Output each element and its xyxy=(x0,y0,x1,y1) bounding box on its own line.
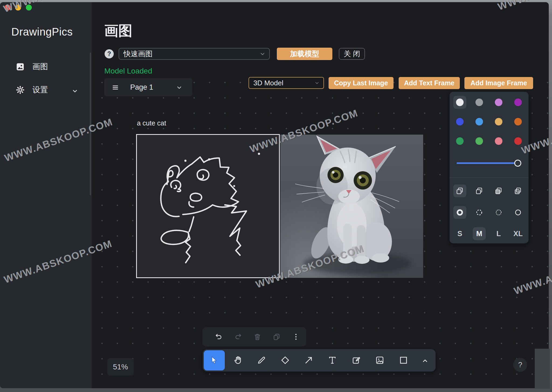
stroke-style-thin[interactable] xyxy=(512,206,525,219)
panel-divider xyxy=(450,177,529,178)
model-select[interactable]: 3D Model xyxy=(249,77,324,89)
sidebar-scrollbar[interactable] xyxy=(90,52,91,195)
size-label: L xyxy=(496,230,501,238)
select-tool-cursor-icon[interactable] xyxy=(209,355,219,365)
mode-select[interactable]: 快速画图 xyxy=(119,48,270,60)
desktop: { "watermark": { "text": "WWW.ABSKOOP.CO… xyxy=(0,0,552,392)
window-minimize-button[interactable] xyxy=(15,5,21,10)
model-status: Model Loaded xyxy=(104,67,152,75)
size-option-l[interactable]: L xyxy=(492,227,505,240)
eraser-tool-icon[interactable] xyxy=(280,355,290,365)
stroke-style-dotted[interactable] xyxy=(492,206,505,219)
color-swatch[interactable] xyxy=(456,118,464,125)
text-tool-icon[interactable] xyxy=(327,355,337,365)
frame-prompt-label[interactable]: a cute cat xyxy=(137,119,166,127)
redo-icon[interactable] xyxy=(234,333,242,341)
opacity-slider-track[interactable] xyxy=(457,162,518,164)
size-option-m[interactable]: M xyxy=(473,227,486,240)
generated-image-frame[interactable] xyxy=(280,135,423,278)
drawing-toolbar xyxy=(203,349,436,372)
fill-style-crosshatch[interactable] xyxy=(512,184,525,197)
delete-icon[interactable] xyxy=(253,333,261,341)
image-icon xyxy=(16,63,24,71)
pencil-tool-icon[interactable] xyxy=(257,355,266,365)
size-label: M xyxy=(476,230,482,238)
color-swatch[interactable] xyxy=(495,118,502,125)
gear-icon xyxy=(16,86,24,94)
hand-tool-icon[interactable] xyxy=(233,355,243,365)
window-zoom-button[interactable] xyxy=(26,5,32,10)
image-tool-icon[interactable] xyxy=(375,355,385,365)
cat-sketch-drawing xyxy=(137,135,279,277)
close-button[interactable]: 关 闭 xyxy=(339,48,365,60)
opacity-slider-thumb[interactable] xyxy=(514,160,521,167)
page-title: 画图 xyxy=(104,22,132,40)
chevron-down-icon xyxy=(314,80,320,86)
color-swatch[interactable] xyxy=(456,137,464,145)
zoom-level-badge[interactable]: 51% xyxy=(107,358,134,376)
size-label: XL xyxy=(513,230,523,238)
duplicate-icon[interactable] xyxy=(272,333,281,341)
sidebar-item-draw[interactable]: 画图 xyxy=(16,61,48,72)
add-image-frame-button[interactable]: Add Image Frame xyxy=(464,77,533,89)
copy-last-image-button[interactable]: Copy Last Image xyxy=(329,77,394,89)
color-swatch[interactable] xyxy=(475,118,483,125)
sidebar-item-label: 设置 xyxy=(32,85,48,95)
page-menu[interactable]: Page 1 xyxy=(104,78,192,96)
size-option-xl[interactable]: XL xyxy=(512,227,525,240)
window-close-button[interactable] xyxy=(5,5,11,10)
app-window: DrawingPics 画图 设置 xyxy=(0,2,549,388)
load-model-button[interactable]: 加载模型 xyxy=(277,48,332,60)
arrow-tool-icon[interactable] xyxy=(304,355,313,365)
sketch-frame[interactable] xyxy=(136,134,280,278)
stroke-style-bold[interactable] xyxy=(453,206,466,219)
sidebar-item-settings[interactable]: 设置 xyxy=(16,85,48,95)
fill-style-solid[interactable] xyxy=(492,184,505,197)
color-swatch[interactable] xyxy=(514,99,522,106)
page-label: Page 1 xyxy=(130,83,153,92)
sidebar-item-label: 画图 xyxy=(32,61,48,72)
stroke-style-dashed[interactable] xyxy=(473,206,486,219)
fill-style-transparent[interactable] xyxy=(453,184,466,197)
color-swatch[interactable] xyxy=(514,118,522,125)
edit-frame-tool-icon[interactable] xyxy=(351,355,361,365)
help-button[interactable]: ? xyxy=(513,358,527,372)
size-option-s[interactable]: S xyxy=(453,227,466,240)
rectangle-tool-icon[interactable] xyxy=(399,355,408,365)
color-swatch[interactable] xyxy=(514,137,522,145)
help-icon[interactable]: ? xyxy=(105,49,114,58)
background-window-sliver xyxy=(535,349,550,389)
undo-icon[interactable] xyxy=(215,333,223,341)
color-swatch[interactable] xyxy=(495,99,502,106)
edit-actions-bar xyxy=(202,327,306,346)
hamburger-icon[interactable] xyxy=(112,84,119,91)
chevron-down-icon[interactable] xyxy=(72,88,78,94)
add-text-frame-button[interactable]: Add Text Frame xyxy=(399,77,460,89)
chevron-down-icon[interactable] xyxy=(176,84,182,91)
color-swatch[interactable] xyxy=(456,99,464,106)
chevron-down-icon xyxy=(260,51,265,57)
chevron-up-icon[interactable] xyxy=(421,357,431,366)
color-swatch[interactable] xyxy=(475,99,483,106)
sidebar: DrawingPics 画图 设置 xyxy=(0,2,92,388)
style-panel: S M L XL xyxy=(450,92,529,243)
size-label: S xyxy=(457,230,462,238)
model-select-value: 3D Model xyxy=(253,79,283,87)
app-brand: DrawingPics xyxy=(11,26,73,38)
color-swatch[interactable] xyxy=(495,137,502,145)
more-options-icon[interactable] xyxy=(292,333,300,341)
color-swatch[interactable] xyxy=(475,137,483,145)
mode-select-value: 快速画图 xyxy=(123,49,153,59)
fill-style-hachure[interactable] xyxy=(473,184,486,197)
generated-cat-image xyxy=(280,135,423,278)
